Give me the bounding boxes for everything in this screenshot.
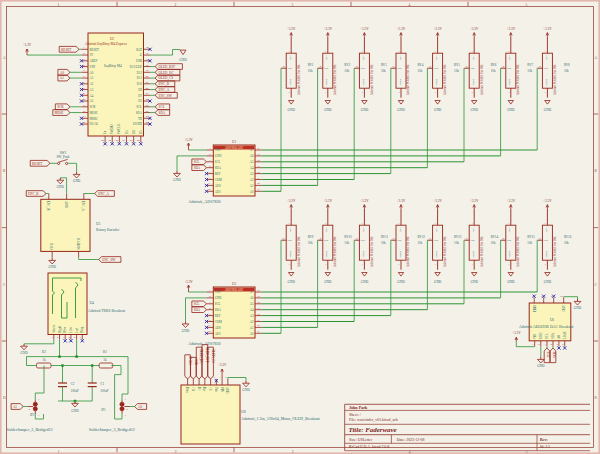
svg-text:10k: 10k (308, 241, 313, 245)
svg-text:GND: GND (324, 108, 332, 112)
svg-text:GND: GND (361, 108, 369, 112)
svg-text:SCK: SCK (90, 105, 97, 109)
svg-text:REF: REF (215, 314, 221, 318)
svg-text:+3.3V: +3.3V (470, 27, 479, 31)
svg-text:C1: C1 (100, 382, 104, 386)
svg-text:U3: U3 (232, 282, 236, 286)
svg-text:10k: 10k (308, 69, 313, 73)
svg-text:1: 1 (58, 450, 60, 454)
svg-text:+3.3V: +3.3V (184, 280, 193, 284)
svg-text:Rotary Encoder: Rotary Encoder (96, 228, 120, 232)
svg-text:RV1: RV1 (308, 63, 314, 67)
svg-text:Left: Left (75, 328, 79, 333)
svg-text:+3.3V: +3.3V (287, 27, 296, 31)
svg-text:GND: GND (507, 280, 515, 284)
svg-text:Vin: Vin (289, 55, 293, 60)
svg-text:Vin: Vin (508, 227, 512, 232)
svg-text:A5: A5 (90, 99, 94, 103)
svg-text:A7: A7 (250, 290, 254, 294)
svg-text:Out: Out (287, 238, 292, 242)
svg-text:Adafruit TRRS Breakout: Adafruit TRRS Breakout (88, 309, 125, 313)
svg-text:5: 5 (526, 3, 528, 7)
svg-text:+3.3V: +3.3V (397, 199, 406, 203)
svg-text:10k: 10k (418, 69, 423, 73)
svg-text:GND: GND (361, 280, 369, 284)
svg-text:D9: D9 (138, 88, 142, 92)
svg-text:3: 3 (292, 3, 294, 7)
svg-text:D12: D12 (137, 71, 143, 75)
svg-text:SWCLK: SWCLK (117, 123, 121, 134)
svg-text:Vin: Vin (435, 227, 439, 232)
svg-text:+3.3V: +3.3V (397, 27, 406, 31)
svg-text:D13/LED: D13/LED (130, 65, 143, 69)
svg-text:A4: A4 (250, 166, 254, 170)
svg-text:+3.3V: +3.3V (184, 138, 193, 142)
svg-text:1k: 1k (103, 358, 107, 362)
svg-text:VIN: VIN (220, 387, 224, 393)
svg-text:A1: A1 (60, 76, 64, 80)
svg-text:REF: REF (215, 172, 221, 176)
svg-text:GND: GND (362, 251, 366, 257)
svg-text:U1: U1 (232, 140, 236, 144)
svg-text:RSw: RSw (63, 326, 67, 333)
svg-text:GND: GND (179, 58, 187, 62)
svg-text:A3: A3 (250, 314, 254, 318)
svg-text:Adafruit SC6021 Pot 10k: Adafruit SC6021 Pot 10k (333, 64, 337, 95)
svg-text:GND: GND (324, 280, 332, 284)
svg-text:GND: GND (434, 280, 442, 284)
svg-text:A1: A1 (250, 326, 254, 330)
svg-text:A1: A1 (13, 405, 17, 409)
svg-text:RV10: RV10 (344, 235, 352, 239)
svg-text:Id: 1/1: Id: 1/1 (540, 445, 550, 449)
svg-text:+3.3V: +3.3V (470, 199, 479, 203)
svg-text:Out: Out (434, 66, 439, 70)
svg-text:Adafruit AD5693R DAC Breakout: Adafruit AD5693R DAC Breakout (519, 325, 574, 329)
svg-text:D0/RX: D0/RX (133, 122, 143, 126)
svg-text:John Park: John Park (349, 405, 368, 410)
svg-text:SCL: SCL (215, 302, 221, 306)
svg-text:10k: 10k (564, 241, 569, 245)
svg-text:ENC_B: ENC_B (46, 201, 50, 211)
svg-text:GND: GND (325, 251, 329, 257)
svg-text:A0: A0 (90, 71, 94, 75)
svg-text:SDA: SDA (551, 332, 555, 339)
svg-text:OLED_DC: OLED_DC (199, 349, 203, 364)
svg-text:ENC_B: ENC_B (159, 82, 170, 86)
svg-text:Rev:: Rev: (540, 438, 548, 442)
svg-text:Rst: Rst (202, 387, 206, 391)
svg-text:GND: GND (435, 251, 439, 257)
svg-text:GND: GND (544, 280, 552, 284)
svg-text:ENC_SW: ENC_SW (159, 94, 173, 98)
svg-text:RV9: RV9 (308, 235, 314, 239)
svg-text:Out: Out (507, 66, 512, 70)
svg-text:RESET: RESET (90, 48, 100, 52)
svg-text:Vin: Vin (435, 55, 439, 60)
svg-text:Adafruit SC6021 Pot 10k: Adafruit SC6021 Pot 10k (516, 236, 520, 267)
svg-text:LSw: LSw (69, 326, 73, 333)
svg-text:GND: GND (325, 79, 329, 85)
svg-text:+3.3V: +3.3V (433, 27, 442, 31)
svg-text:SDA: SDA (194, 308, 201, 312)
svg-text:RV6: RV6 (491, 63, 497, 67)
svg-text:10k: 10k (454, 69, 459, 73)
svg-text:OLED_RST: OLED_RST (205, 346, 209, 362)
svg-text:AD0: AD0 (215, 326, 221, 330)
svg-text:Out: Out (324, 238, 329, 242)
svg-text:Adafruit SC6021 Pot 10k: Adafruit SC6021 Pot 10k (443, 236, 447, 267)
svg-text:OLED_CS: OLED_CS (159, 76, 174, 80)
svg-text:Adafruit SC6021 Pot 10k: Adafruit SC6021 Pot 10k (516, 64, 520, 95)
svg-text:D3: D3 (125, 130, 129, 134)
svg-text:VHI: VHI (90, 65, 96, 69)
svg-text:Out: Out (470, 66, 475, 70)
svg-text:Out: Out (544, 238, 549, 242)
svg-text:SDA: SDA (552, 352, 556, 359)
svg-text:A1: A1 (250, 184, 254, 188)
svg-text:GND: GND (215, 154, 222, 158)
svg-text:ENC_A: ENC_A (81, 201, 85, 212)
svg-text:AD1: AD1 (215, 332, 221, 336)
svg-text:GND: GND (242, 388, 250, 392)
svg-text:Data: Data (185, 387, 189, 393)
svg-text:OLED_DC: OLED_DC (159, 71, 175, 75)
svg-text:KiCad E.D.A. kicad 7.0.8: KiCad E.D.A. kicad 7.0.8 (349, 445, 389, 449)
svg-text:GND: GND (57, 185, 65, 189)
